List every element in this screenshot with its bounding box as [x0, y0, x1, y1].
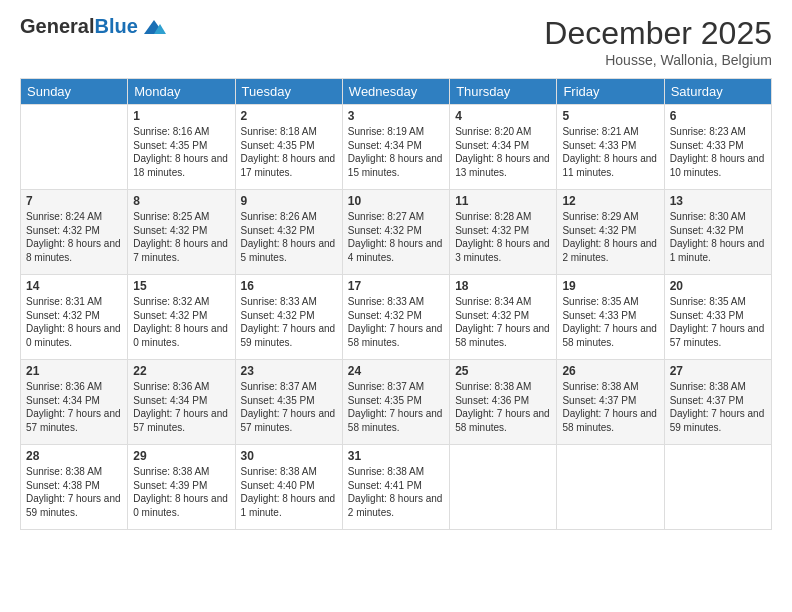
table-row: 6Sunrise: 8:23 AMSunset: 4:33 PMDaylight… [664, 105, 771, 190]
day-number: 9 [241, 194, 337, 208]
table-row: 31Sunrise: 8:38 AMSunset: 4:41 PMDayligh… [342, 445, 449, 530]
day-info: Sunrise: 8:38 AMSunset: 4:38 PMDaylight:… [26, 466, 121, 518]
day-number: 23 [241, 364, 337, 378]
day-info: Sunrise: 8:36 AMSunset: 4:34 PMDaylight:… [26, 381, 121, 433]
table-row [557, 445, 664, 530]
day-info: Sunrise: 8:32 AMSunset: 4:32 PMDaylight:… [133, 296, 228, 348]
logo-icon [140, 16, 168, 38]
calendar-week-row: 21Sunrise: 8:36 AMSunset: 4:34 PMDayligh… [21, 360, 772, 445]
day-info: Sunrise: 8:27 AMSunset: 4:32 PMDaylight:… [348, 211, 443, 263]
day-number: 5 [562, 109, 658, 123]
header-monday: Monday [128, 79, 235, 105]
day-info: Sunrise: 8:28 AMSunset: 4:32 PMDaylight:… [455, 211, 550, 263]
day-number: 29 [133, 449, 229, 463]
day-number: 3 [348, 109, 444, 123]
day-number: 7 [26, 194, 122, 208]
table-row: 15Sunrise: 8:32 AMSunset: 4:32 PMDayligh… [128, 275, 235, 360]
day-number: 8 [133, 194, 229, 208]
day-number: 25 [455, 364, 551, 378]
day-info: Sunrise: 8:29 AMSunset: 4:32 PMDaylight:… [562, 211, 657, 263]
table-row: 13Sunrise: 8:30 AMSunset: 4:32 PMDayligh… [664, 190, 771, 275]
header-tuesday: Tuesday [235, 79, 342, 105]
day-info: Sunrise: 8:37 AMSunset: 4:35 PMDaylight:… [348, 381, 443, 433]
day-number: 1 [133, 109, 229, 123]
day-info: Sunrise: 8:30 AMSunset: 4:32 PMDaylight:… [670, 211, 765, 263]
day-number: 17 [348, 279, 444, 293]
logo-text: GeneralBlue [20, 15, 168, 38]
day-number: 24 [348, 364, 444, 378]
day-info: Sunrise: 8:38 AMSunset: 4:36 PMDaylight:… [455, 381, 550, 433]
day-number: 14 [26, 279, 122, 293]
day-number: 20 [670, 279, 766, 293]
calendar-week-row: 14Sunrise: 8:31 AMSunset: 4:32 PMDayligh… [21, 275, 772, 360]
calendar-body: 1Sunrise: 8:16 AMSunset: 4:35 PMDaylight… [21, 105, 772, 530]
day-info: Sunrise: 8:21 AMSunset: 4:33 PMDaylight:… [562, 126, 657, 178]
day-number: 19 [562, 279, 658, 293]
table-row: 20Sunrise: 8:35 AMSunset: 4:33 PMDayligh… [664, 275, 771, 360]
day-info: Sunrise: 8:26 AMSunset: 4:32 PMDaylight:… [241, 211, 336, 263]
table-row: 21Sunrise: 8:36 AMSunset: 4:34 PMDayligh… [21, 360, 128, 445]
header-friday: Friday [557, 79, 664, 105]
table-row: 8Sunrise: 8:25 AMSunset: 4:32 PMDaylight… [128, 190, 235, 275]
day-number: 21 [26, 364, 122, 378]
calendar-table: Sunday Monday Tuesday Wednesday Thursday… [20, 78, 772, 530]
day-number: 11 [455, 194, 551, 208]
table-row: 19Sunrise: 8:35 AMSunset: 4:33 PMDayligh… [557, 275, 664, 360]
day-number: 27 [670, 364, 766, 378]
calendar-week-row: 28Sunrise: 8:38 AMSunset: 4:38 PMDayligh… [21, 445, 772, 530]
table-row: 27Sunrise: 8:38 AMSunset: 4:37 PMDayligh… [664, 360, 771, 445]
table-row: 7Sunrise: 8:24 AMSunset: 4:32 PMDaylight… [21, 190, 128, 275]
table-row: 9Sunrise: 8:26 AMSunset: 4:32 PMDaylight… [235, 190, 342, 275]
calendar-week-row: 1Sunrise: 8:16 AMSunset: 4:35 PMDaylight… [21, 105, 772, 190]
table-row: 2Sunrise: 8:18 AMSunset: 4:35 PMDaylight… [235, 105, 342, 190]
day-number: 13 [670, 194, 766, 208]
day-number: 26 [562, 364, 658, 378]
table-row: 26Sunrise: 8:38 AMSunset: 4:37 PMDayligh… [557, 360, 664, 445]
day-number: 10 [348, 194, 444, 208]
day-info: Sunrise: 8:38 AMSunset: 4:41 PMDaylight:… [348, 466, 443, 518]
table-row: 11Sunrise: 8:28 AMSunset: 4:32 PMDayligh… [450, 190, 557, 275]
day-info: Sunrise: 8:38 AMSunset: 4:37 PMDaylight:… [562, 381, 657, 433]
table-row: 23Sunrise: 8:37 AMSunset: 4:35 PMDayligh… [235, 360, 342, 445]
day-number: 6 [670, 109, 766, 123]
logo: GeneralBlue [20, 15, 168, 38]
day-number: 31 [348, 449, 444, 463]
table-row: 12Sunrise: 8:29 AMSunset: 4:32 PMDayligh… [557, 190, 664, 275]
table-row: 22Sunrise: 8:36 AMSunset: 4:34 PMDayligh… [128, 360, 235, 445]
day-number: 2 [241, 109, 337, 123]
day-info: Sunrise: 8:36 AMSunset: 4:34 PMDaylight:… [133, 381, 228, 433]
day-info: Sunrise: 8:31 AMSunset: 4:32 PMDaylight:… [26, 296, 121, 348]
table-row: 3Sunrise: 8:19 AMSunset: 4:34 PMDaylight… [342, 105, 449, 190]
day-number: 4 [455, 109, 551, 123]
day-info: Sunrise: 8:19 AMSunset: 4:34 PMDaylight:… [348, 126, 443, 178]
day-info: Sunrise: 8:35 AMSunset: 4:33 PMDaylight:… [562, 296, 657, 348]
day-info: Sunrise: 8:38 AMSunset: 4:40 PMDaylight:… [241, 466, 336, 518]
table-row: 4Sunrise: 8:20 AMSunset: 4:34 PMDaylight… [450, 105, 557, 190]
day-info: Sunrise: 8:23 AMSunset: 4:33 PMDaylight:… [670, 126, 765, 178]
table-row: 25Sunrise: 8:38 AMSunset: 4:36 PMDayligh… [450, 360, 557, 445]
table-row: 16Sunrise: 8:33 AMSunset: 4:32 PMDayligh… [235, 275, 342, 360]
calendar-header-row: Sunday Monday Tuesday Wednesday Thursday… [21, 79, 772, 105]
table-row: 10Sunrise: 8:27 AMSunset: 4:32 PMDayligh… [342, 190, 449, 275]
day-number: 28 [26, 449, 122, 463]
day-info: Sunrise: 8:24 AMSunset: 4:32 PMDaylight:… [26, 211, 121, 263]
day-info: Sunrise: 8:38 AMSunset: 4:37 PMDaylight:… [670, 381, 765, 433]
table-row: 24Sunrise: 8:37 AMSunset: 4:35 PMDayligh… [342, 360, 449, 445]
table-row: 5Sunrise: 8:21 AMSunset: 4:33 PMDaylight… [557, 105, 664, 190]
day-info: Sunrise: 8:37 AMSunset: 4:35 PMDaylight:… [241, 381, 336, 433]
day-number: 12 [562, 194, 658, 208]
day-info: Sunrise: 8:20 AMSunset: 4:34 PMDaylight:… [455, 126, 550, 178]
day-info: Sunrise: 8:33 AMSunset: 4:32 PMDaylight:… [241, 296, 336, 348]
table-row: 28Sunrise: 8:38 AMSunset: 4:38 PMDayligh… [21, 445, 128, 530]
table-row: 1Sunrise: 8:16 AMSunset: 4:35 PMDaylight… [128, 105, 235, 190]
title-section: December 2025 Housse, Wallonia, Belgium [544, 15, 772, 68]
day-number: 15 [133, 279, 229, 293]
day-info: Sunrise: 8:16 AMSunset: 4:35 PMDaylight:… [133, 126, 228, 178]
day-info: Sunrise: 8:25 AMSunset: 4:32 PMDaylight:… [133, 211, 228, 263]
day-info: Sunrise: 8:38 AMSunset: 4:39 PMDaylight:… [133, 466, 228, 518]
table-row [21, 105, 128, 190]
day-number: 22 [133, 364, 229, 378]
page-container: GeneralBlue December 2025 Housse, Wallon… [0, 0, 792, 612]
header-saturday: Saturday [664, 79, 771, 105]
table-row [664, 445, 771, 530]
